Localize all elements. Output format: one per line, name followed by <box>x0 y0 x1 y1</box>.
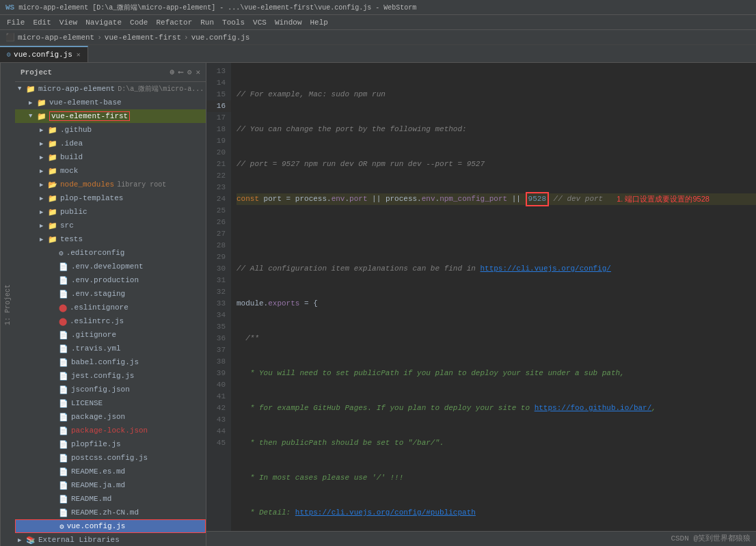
tree-item-name-gitignore: .gitignore <box>71 331 116 339</box>
locate-icon[interactable]: ⊕ <box>170 68 175 77</box>
tree-item-name-src: src <box>60 221 74 230</box>
tree-item-build[interactable]: ▶ 📁 build <box>15 150 206 164</box>
tree-item-name-readme-ja: README.ja.md <box>71 481 125 489</box>
menu-item-vcs[interactable]: VCS <box>249 17 271 28</box>
library-root-label: library root <box>117 181 166 189</box>
line-num-31: 31 <box>206 275 231 286</box>
sidebar: Project ⊕ ⟵ ⚙ ✕ ▼ 📁 micro-app-element D:… <box>15 63 206 546</box>
arrow-build: ▶ <box>40 154 48 161</box>
tree-item-gitignore[interactable]: 📄 .gitignore <box>15 328 206 342</box>
breadcrumb-icon: ⬛ <box>5 33 15 42</box>
tree-item-readme[interactable]: 📄 README.md <box>15 492 206 506</box>
line-num-15: 15 <box>206 89 231 100</box>
tree-item-license[interactable]: 📄 LICENSE <box>15 396 206 410</box>
tree-item-package-lock[interactable]: 📄 package-lock.json <box>15 424 206 437</box>
tree-item-vue-config[interactable]: ⚙ vue.config.js <box>15 519 206 533</box>
menu-item-help[interactable]: Help <box>306 17 332 28</box>
tree-item-plopfile[interactable]: 📄 plopfile.js <box>15 437 206 451</box>
file-icon-env-staging: 📄 <box>59 290 68 299</box>
tree-item-plop-templates[interactable]: ▶ 📁 plop-templates <box>15 191 206 205</box>
tree-item-readme-zhcn[interactable]: 📄 README.zh-CN.md <box>15 506 206 519</box>
tree-item-name-tests: tests <box>60 235 83 243</box>
tree-item-eslintrc[interactable]: ⬤ .eslintrc.js <box>15 314 206 328</box>
tree-item-travis[interactable]: 📄 .travis.yml <box>15 342 206 355</box>
file-icon-env-prod: 📄 <box>59 276 68 285</box>
close-sidebar-icon[interactable]: ✕ <box>195 68 200 77</box>
file-icon-jest: 📄 <box>59 372 68 381</box>
folder-icon-tests: 📁 <box>48 235 57 244</box>
line-num-43: 43 <box>206 414 231 426</box>
tree-item-name-vue-element-base: vue-element-base <box>49 98 122 107</box>
tree-item-name-public: public <box>60 208 87 216</box>
line-num-29: 29 <box>206 251 231 263</box>
tree-item-editorconfig[interactable]: ⚙ .editorconfig <box>15 246 206 260</box>
menu-item-tools[interactable]: Tools <box>218 17 249 28</box>
tree-item-idea[interactable]: ▶ 📁 .idea <box>15 137 206 150</box>
tree-item-src[interactable]: ▶ 📁 src <box>15 219 206 232</box>
tree-item-root[interactable]: ▼ 📁 micro-app-element D:\a_微前端\micro-a..… <box>15 82 206 96</box>
breadcrumb-part-2[interactable]: vue-element-first <box>105 33 181 42</box>
tree-item-name-license: LICENSE <box>71 399 103 407</box>
menu-item-file[interactable]: File <box>3 17 29 28</box>
tree-item-name-postcss: postcss.config.js <box>71 454 148 462</box>
folder-icon-vue-element-base: 📁 <box>37 98 46 107</box>
arrow-src: ▶ <box>40 222 48 230</box>
folder-icon-mock: 📁 <box>48 167 57 176</box>
tree-item-name-eslintignore: .eslintignore <box>70 303 129 312</box>
code-line-17 <box>237 228 756 240</box>
tree-item-node-modules[interactable]: ▶ 📂 node_modules library root <box>15 178 206 191</box>
tab-vue-config[interactable]: ⚙ vue.config.js ✕ <box>0 46 88 62</box>
tree-item-readme-es[interactable]: 📄 README.es.md <box>15 465 206 478</box>
tree-item-package-json[interactable]: 📄 package.json <box>15 410 206 424</box>
file-icon-vue-config: ⚙ <box>59 522 64 531</box>
line-num-32: 32 <box>206 286 231 298</box>
tree-item-name-idea: .idea <box>60 139 83 148</box>
menu-item-refactor[interactable]: Refactor <box>152 17 196 28</box>
folder-icon-build: 📁 <box>48 153 57 162</box>
menu-item-window[interactable]: Window <box>271 17 306 28</box>
ext-lib-icon: 📚 <box>26 536 36 545</box>
menu-item-edit[interactable]: Edit <box>29 17 55 28</box>
line-num-19: 19 <box>206 135 231 147</box>
menu-item-code[interactable]: Code <box>126 17 152 28</box>
tree-item-tests[interactable]: ▶ 📁 tests <box>15 232 206 246</box>
menu-item-view[interactable]: View <box>55 17 81 28</box>
menu-item-run[interactable]: Run <box>196 17 218 28</box>
code-line-22: * for example GitHub Pages. If you plan … <box>237 402 756 414</box>
tree-item-name-package-json: package.json <box>71 413 125 421</box>
tree-item-name-jsconfig: jsconfig.json <box>71 385 130 394</box>
file-icon-package-lock: 📄 <box>59 426 68 435</box>
settings-icon[interactable]: ⚙ <box>187 68 192 77</box>
breadcrumb-part-3[interactable]: vue.config.js <box>191 33 250 42</box>
tree-item-name-editorconfig: .editorconfig <box>66 249 125 257</box>
tree-item-public[interactable]: ▶ 📁 public <box>15 205 206 219</box>
line-num-35: 35 <box>206 321 231 333</box>
tree-item-name-travis: .travis.yml <box>71 344 121 353</box>
breadcrumb-part-1[interactable]: micro-app-element <box>18 33 94 42</box>
tree-item-env-development[interactable]: 📄 .env.development <box>15 260 206 273</box>
code-content[interactable]: // For example, Mac: sudo npm run // You… <box>231 63 756 531</box>
tree-item-jest[interactable]: 📄 jest.config.js <box>15 369 206 383</box>
line-num-40: 40 <box>206 379 231 391</box>
tree-item-external-libraries[interactable]: ▶ 📚 External Libraries <box>15 533 206 546</box>
tree-item-mock[interactable]: ▶ 📁 mock <box>15 164 206 178</box>
tree-item-name-env-prod: .env.production <box>71 276 139 284</box>
tree-item-github[interactable]: ▶ 📁 .github <box>15 123 206 137</box>
code-line-13: // For example, Mac: sudo npm run <box>237 89 756 100</box>
tab-close-vue-config[interactable]: ✕ <box>77 51 81 59</box>
tree-item-env-staging[interactable]: 📄 .env.staging <box>15 287 206 301</box>
tree-item-eslintignore[interactable]: ⬤ .eslintignore <box>15 301 206 314</box>
tree-item-babel[interactable]: 📄 babel.config.js <box>15 355 206 369</box>
tree-item-readme-ja[interactable]: 📄 README.ja.md <box>15 478 206 492</box>
file-icon-readme-ja: 📄 <box>59 481 68 490</box>
collapse-icon[interactable]: ⟵ <box>178 68 183 77</box>
tree-item-env-production[interactable]: 📄 .env.production <box>15 273 206 287</box>
tree-item-postcss[interactable]: 📄 postcss.config.js <box>15 451 206 465</box>
tree-item-jsconfig[interactable]: 📄 jsconfig.json <box>15 383 206 396</box>
line-num-14: 14 <box>206 77 231 89</box>
menu-item-navigate[interactable]: Navigate <box>81 17 126 28</box>
window-title: micro-app-element [D:\a_微前端\micro-app-el… <box>18 3 416 12</box>
code-area[interactable]: 13 14 15 16 17 18 19 20 21 22 23 24 25 2… <box>206 63 756 531</box>
tree-item-vue-element-base[interactable]: ▶ 📁 vue-element-base <box>15 96 206 109</box>
tree-item-vue-element-first[interactable]: ▼ 📁 vue-element-first <box>15 109 206 123</box>
